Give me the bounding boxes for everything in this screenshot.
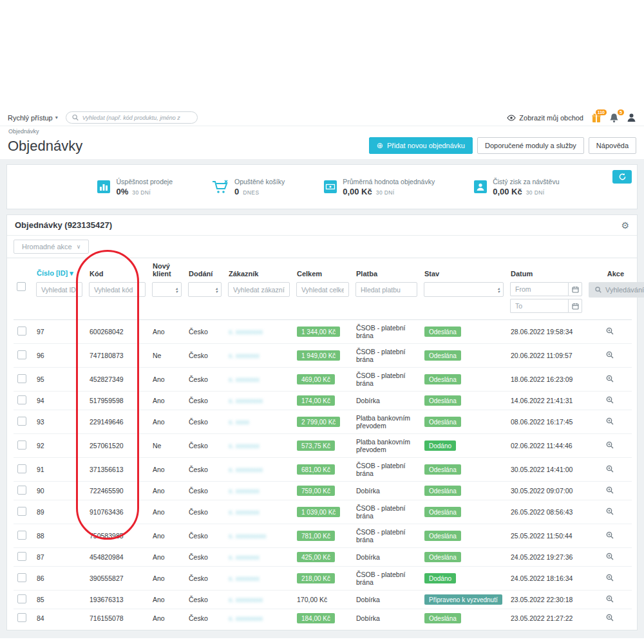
row-checkbox[interactable] (17, 440, 26, 450)
column-header-date[interactable]: Datum (507, 258, 585, 281)
row-checkbox[interactable] (17, 486, 26, 495)
filter-customer-input[interactable] (228, 282, 290, 297)
customer-name-blurred[interactable]: x. xxxxxxx (229, 574, 260, 582)
column-header-delivery[interactable]: Dodání (185, 258, 225, 281)
customer-name-blurred[interactable]: x. xxxxxxx (229, 442, 260, 450)
row-checkbox[interactable] (17, 395, 26, 404)
row-checkbox[interactable] (17, 613, 26, 622)
customer-name-blurred[interactable]: x. xxxxxxxx (229, 328, 263, 336)
global-search-input[interactable] (82, 115, 191, 121)
row-checkbox[interactable] (17, 531, 26, 540)
add-order-button[interactable]: ⊕ Přidat novou objednávku (369, 137, 473, 154)
customer-name-blurred[interactable]: x. xxxxxxxx (229, 397, 263, 404)
customer-name-blurred[interactable]: x. xxxxxxxx (229, 466, 263, 473)
table-row[interactable]: 87 454820984 Ano Česko x. xxxxxxx 425,00… (14, 548, 632, 567)
customer-name-blurred[interactable]: x. xxxx (229, 418, 249, 426)
row-checkbox[interactable] (17, 552, 26, 561)
view-order-icon[interactable] (606, 327, 614, 335)
notifications-button[interactable]: 5 (609, 113, 619, 123)
orders-panel-title: Objednávky (923135427) (15, 220, 112, 230)
table-row[interactable]: 86 390555827 Ano Česko x. xxxxxxx 218,00… (14, 567, 632, 591)
table-row[interactable]: 92 257061520 Ne Česko x. xxxxxxx 573,75 … (14, 434, 632, 458)
refresh-kpi-button[interactable] (612, 170, 632, 184)
bulk-actions-button[interactable]: Hromadné akce ∨ (14, 240, 89, 254)
help-button[interactable]: Nápověda (589, 137, 636, 154)
customer-name-blurred[interactable]: x. xxxxxxxx (229, 596, 263, 603)
table-row[interactable]: 84 716155078 Ano Česko x. xxxxxxxx 184,0… (14, 609, 632, 628)
global-search[interactable] (66, 111, 198, 124)
table-row[interactable]: 85 193676313 Ano Česko x. xxxxxxxx 170,0… (14, 591, 632, 609)
filter-new-client-select[interactable]: ▴▾ (152, 282, 182, 297)
filter-id-input[interactable] (36, 282, 82, 297)
row-checkbox[interactable] (17, 374, 26, 383)
view-shop-link[interactable]: Zobrazit můj obchod (507, 114, 583, 122)
column-header-customer[interactable]: Zákazník (225, 258, 293, 281)
view-order-icon[interactable] (606, 486, 614, 494)
table-row[interactable]: 95 452827349 Ano Česko x. xxxxxxx 469,00… (14, 368, 632, 392)
view-order-icon[interactable] (606, 531, 614, 539)
table-row[interactable]: 88 750583985 Ano Česko x. xxxxxxxxx 781,… (14, 524, 632, 548)
column-header-id[interactable]: Číslo [ID] ▾ (33, 258, 86, 281)
view-order-icon[interactable] (606, 553, 614, 560)
view-order-icon[interactable] (606, 595, 614, 603)
view-order-icon[interactable] (606, 396, 614, 404)
table-row[interactable]: 89 910763436 Ano Česko x. xxxxxxx 1 039,… (14, 500, 632, 524)
filter-payment-input[interactable] (355, 282, 417, 297)
column-header-total[interactable]: Celkem (293, 258, 352, 281)
search-button[interactable]: Vyhledávání (589, 282, 644, 298)
profile-button[interactable] (627, 113, 636, 122)
order-delivery-cell: Česko (185, 434, 225, 458)
quick-access-menu[interactable]: Rychlý přístup ▾ (8, 114, 58, 122)
table-row[interactable]: 93 229149646 Ano Česko x. xxxx 2 799,00 … (14, 410, 632, 434)
customer-name-blurred[interactable]: x. xxxxxxx (229, 352, 260, 359)
filter-date-from-input[interactable] (510, 282, 568, 296)
customer-name-blurred[interactable]: x. xxxxxxx (229, 487, 260, 495)
settings-gear-icon[interactable]: ⚙ (621, 221, 629, 230)
customer-name-blurred[interactable]: x. xxxxxxx (229, 553, 260, 561)
order-code-cell: 371356613 (86, 458, 149, 482)
filter-total-input[interactable] (296, 282, 349, 297)
row-checkbox[interactable] (17, 464, 26, 473)
filter-status-select[interactable]: ▴▾ (424, 282, 504, 297)
customer-name-blurred[interactable]: x. xxxxxxx (229, 375, 260, 383)
order-payment-cell: Platba bankovním převodem (352, 434, 421, 458)
select-all-checkbox[interactable] (17, 282, 26, 291)
calendar-icon[interactable] (568, 282, 582, 296)
customer-name-blurred[interactable]: x. xxxxxxxx (229, 614, 263, 622)
view-order-icon[interactable] (606, 465, 614, 473)
column-header-payment[interactable]: Platba (352, 258, 421, 281)
table-row[interactable]: 96 747180873 Ne Česko x. xxxxxxx 1 949,0… (14, 344, 632, 368)
view-order-icon[interactable] (606, 417, 614, 425)
filter-date-to-input[interactable] (510, 299, 568, 313)
table-row[interactable]: 90 722465590 Ano Česko x. xxxxxxx 759,00… (14, 482, 632, 500)
view-order-icon[interactable] (606, 614, 614, 621)
row-checkbox[interactable] (17, 594, 26, 603)
view-order-icon[interactable] (606, 351, 614, 359)
row-checkbox[interactable] (17, 507, 26, 516)
recommended-modules-button[interactable]: Doporučené moduly a služby (477, 137, 584, 154)
calendar-icon[interactable] (568, 299, 582, 313)
column-header-status[interactable]: Stav (421, 258, 507, 281)
order-new-client-cell: Ne (149, 344, 185, 368)
view-order-icon[interactable] (606, 507, 614, 515)
table-row[interactable]: 91 371356613 Ano Česko x. xxxxxxxx 681,0… (14, 458, 632, 482)
column-header-code[interactable]: Kód (86, 258, 149, 281)
average-order-icon (324, 180, 337, 193)
order-id-cell: 84 (33, 609, 86, 628)
row-checkbox[interactable] (17, 327, 26, 336)
gift-notifications-button[interactable]: 110 (591, 113, 601, 123)
row-checkbox[interactable] (17, 417, 26, 426)
filter-delivery-select[interactable]: ▴▾ (188, 282, 222, 297)
table-row[interactable]: 97 600268042 Ano Česko x. xxxxxxxx 1 344… (14, 320, 632, 344)
view-order-icon[interactable] (606, 574, 614, 582)
view-order-icon[interactable] (606, 375, 614, 383)
order-new-client-cell: Ano (149, 392, 185, 410)
filter-code-input[interactable] (89, 282, 146, 297)
customer-name-blurred[interactable]: x. xxxxxxxxx (229, 532, 266, 540)
row-checkbox[interactable] (17, 573, 26, 582)
customer-name-blurred[interactable]: x. xxxxxxx (229, 508, 260, 516)
table-row[interactable]: 94 517959598 Ano Česko x. xxxxxxxx 174,0… (14, 392, 632, 410)
column-header-new-client[interactable]: Nový klient (149, 258, 185, 281)
row-checkbox[interactable] (17, 350, 26, 359)
view-order-icon[interactable] (606, 441, 614, 449)
